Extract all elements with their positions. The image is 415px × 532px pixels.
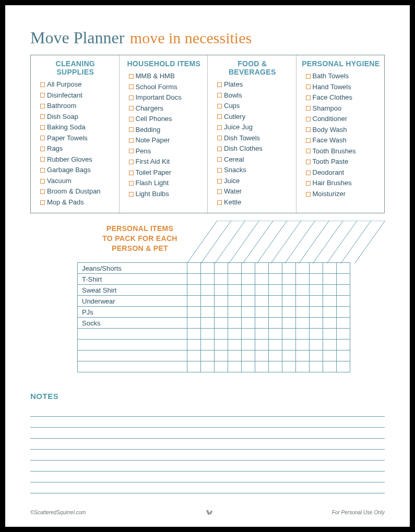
grid-cell[interactable] <box>255 263 269 274</box>
checkbox-icon[interactable] <box>217 104 222 108</box>
grid-cell[interactable] <box>310 318 323 329</box>
grid-cell[interactable] <box>215 340 228 350</box>
grid-cell[interactable] <box>242 361 255 372</box>
grid-cell[interactable] <box>323 361 337 372</box>
grid-cell[interactable] <box>255 296 269 307</box>
checkbox-icon[interactable] <box>129 117 134 122</box>
checklist-item[interactable]: School Forms <box>125 82 204 93</box>
checklist-item[interactable]: Broom & Dustpan <box>36 186 115 197</box>
checklist-item[interactable]: Garbage Bags <box>36 165 115 176</box>
checkbox-icon[interactable] <box>217 157 222 162</box>
grid-cell[interactable] <box>187 350 201 361</box>
grid-cell[interactable] <box>323 340 337 350</box>
grid-cell[interactable] <box>323 285 337 296</box>
checklist-item[interactable]: Moisturizer <box>302 189 381 200</box>
grid-cell[interactable] <box>269 318 282 329</box>
checkbox-icon[interactable] <box>306 160 311 164</box>
grid-cell[interactable] <box>228 361 242 372</box>
grid-cell[interactable] <box>255 350 269 361</box>
grid-cell[interactable] <box>255 329 269 340</box>
grid-cell[interactable] <box>310 285 323 296</box>
checkbox-icon[interactable] <box>129 171 134 175</box>
grid-cell[interactable] <box>282 329 296 340</box>
checklist-item[interactable]: Cups <box>213 101 292 112</box>
grid-cell[interactable] <box>255 318 269 329</box>
checklist-item[interactable]: Conditioner <box>302 114 381 125</box>
note-line[interactable] <box>30 482 385 493</box>
grid-cell[interactable] <box>269 274 282 285</box>
checkbox-icon[interactable] <box>306 117 311 122</box>
grid-cell[interactable] <box>215 263 228 274</box>
checkbox-icon[interactable] <box>129 95 134 100</box>
checkbox-icon[interactable] <box>306 127 311 132</box>
checklist-item[interactable]: Disinfectant <box>36 90 115 101</box>
checkbox-icon[interactable] <box>306 95 311 100</box>
grid-cell[interactable] <box>296 340 310 350</box>
checklist-item[interactable]: Important Docs <box>125 92 204 103</box>
checklist-item[interactable]: Vacuum <box>36 176 115 187</box>
checkbox-icon[interactable] <box>306 138 311 143</box>
checklist-item[interactable]: Hair Brushes <box>302 178 381 189</box>
grid-cell[interactable] <box>215 361 228 372</box>
checkbox-icon[interactable] <box>306 171 311 175</box>
checkbox-icon[interactable] <box>306 106 311 111</box>
grid-cell[interactable] <box>187 285 201 296</box>
grid-cell[interactable] <box>201 296 215 307</box>
grid-cell[interactable] <box>296 296 310 307</box>
grid-cell[interactable] <box>215 274 228 285</box>
grid-cell[interactable] <box>269 307 282 318</box>
grid-cell[interactable] <box>323 329 337 340</box>
checklist-item[interactable]: Snacks <box>213 165 292 176</box>
grid-cell[interactable] <box>310 263 323 274</box>
note-line[interactable] <box>30 439 385 450</box>
checklist-item[interactable]: Bedding <box>125 125 204 136</box>
grid-cell[interactable] <box>201 350 215 361</box>
checkbox-icon[interactable] <box>40 200 45 205</box>
checkbox-icon[interactable] <box>217 200 222 205</box>
checklist-item[interactable]: Pens <box>125 146 204 157</box>
checkbox-icon[interactable] <box>129 149 134 153</box>
grid-cell[interactable] <box>269 340 282 350</box>
checklist-item[interactable]: Face Wash <box>302 135 381 146</box>
grid-cell[interactable] <box>201 340 215 350</box>
grid-cell[interactable] <box>228 307 242 318</box>
grid-cell[interactable] <box>228 329 242 340</box>
grid-cell[interactable] <box>187 274 201 285</box>
grid-cell[interactable] <box>282 340 296 350</box>
checklist-item[interactable]: Cereal <box>213 154 292 165</box>
checkbox-icon[interactable] <box>40 168 45 173</box>
checkbox-icon[interactable] <box>129 138 134 143</box>
checklist-item[interactable]: First Aid Kit <box>125 156 204 167</box>
grid-cell[interactable] <box>187 307 201 318</box>
checklist-item[interactable]: Shampoo <box>302 103 381 114</box>
checkbox-icon[interactable] <box>217 179 222 184</box>
grid-cell[interactable] <box>310 296 323 307</box>
checkbox-icon[interactable] <box>129 181 134 186</box>
grid-cell[interactable] <box>228 285 242 296</box>
grid-cell[interactable] <box>228 318 242 329</box>
grid-cell[interactable] <box>242 318 255 329</box>
checklist-item[interactable]: Flash Light <box>125 178 204 189</box>
grid-cell[interactable] <box>187 263 201 274</box>
grid-cell[interactable] <box>323 350 337 361</box>
checklist-item[interactable]: Dish Towels <box>213 133 292 144</box>
checkbox-icon[interactable] <box>40 147 45 151</box>
grid-cell[interactable] <box>215 329 228 340</box>
grid-cell[interactable] <box>282 274 296 285</box>
checkbox-icon[interactable] <box>40 93 45 98</box>
checkbox-icon[interactable] <box>129 160 134 164</box>
grid-cell[interactable] <box>255 274 269 285</box>
checklist-item[interactable]: Face Clothes <box>302 92 381 103</box>
checklist-item[interactable]: Deodorant <box>302 167 381 178</box>
grid-cell[interactable] <box>337 329 350 340</box>
checkbox-icon[interactable] <box>129 106 134 111</box>
note-line[interactable] <box>30 450 385 461</box>
checkbox-icon[interactable] <box>40 157 45 162</box>
checklist-item[interactable]: Bowls <box>213 90 292 101</box>
grid-cell[interactable] <box>215 285 228 296</box>
grid-cell[interactable] <box>255 285 269 296</box>
grid-cell[interactable] <box>255 361 269 372</box>
checklist-item[interactable]: Dish Clothes <box>213 143 292 154</box>
checkbox-icon[interactable] <box>306 74 311 79</box>
grid-cell[interactable] <box>296 307 310 318</box>
